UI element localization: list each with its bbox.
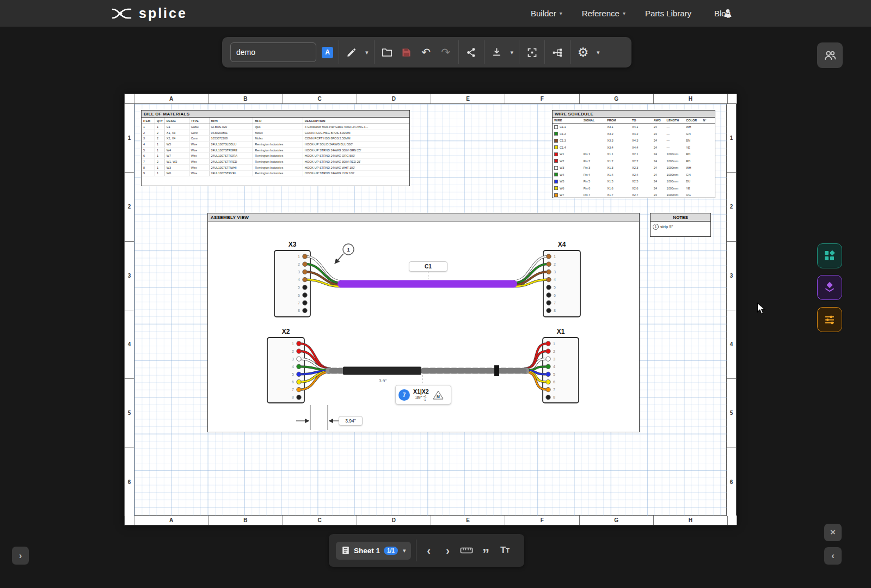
- table-row: 91W6Wire24UL1007STRYELRemington Industri…: [142, 171, 409, 177]
- bom-cell: Cable: [189, 124, 210, 130]
- pin-circle[interactable]: [546, 357, 550, 361]
- project-name-input[interactable]: [230, 42, 316, 62]
- pin-circle[interactable]: [546, 372, 550, 376]
- collaborators-button[interactable]: [817, 42, 843, 68]
- connector-x4[interactable]: [543, 250, 580, 317]
- pin-circle[interactable]: [547, 270, 551, 274]
- pin-circle[interactable]: [303, 285, 307, 290]
- nav-item[interactable]: Parts Library: [645, 9, 695, 18]
- connector-x2[interactable]: [267, 338, 304, 403]
- pin-circle[interactable]: [546, 387, 550, 391]
- toolbar-divider: [544, 40, 545, 64]
- pin-circle[interactable]: [546, 349, 550, 353]
- pin-circle[interactable]: [547, 301, 551, 305]
- expand-right-panel-button[interactable]: ‹: [824, 547, 842, 565]
- pin-circle[interactable]: [547, 262, 551, 266]
- drawing-sheet[interactable]: ABCDEFGH ABCDEFGH 123456 123456 BILL OF …: [124, 94, 737, 525]
- pin-circle[interactable]: [297, 372, 301, 376]
- user-avatar-icon[interactable]: [722, 7, 734, 21]
- download-button[interactable]: [490, 42, 504, 62]
- connector-x1[interactable]: [543, 338, 579, 403]
- text-tool-button[interactable]: TT: [498, 541, 512, 560]
- bom-header-cell: MPN: [210, 118, 254, 124]
- ws-signal-cell: Pin 2: [582, 158, 606, 165]
- ws-length-cell: 1000mm: [665, 192, 685, 199]
- bom-cell: W5: [165, 142, 189, 147]
- nav-item[interactable]: Reference ▾: [582, 9, 625, 18]
- wire-color-swatch: [554, 159, 558, 163]
- pin-circle[interactable]: [297, 395, 301, 400]
- schematic-layout-button[interactable]: [550, 42, 565, 62]
- pin-circle[interactable]: [297, 364, 301, 369]
- pin-circle[interactable]: [547, 254, 551, 259]
- bom-body: 11C1CableCFBUS-020Igus4 Conductor Multi-…: [142, 124, 409, 176]
- settings-button[interactable]: ⚙: [576, 42, 590, 62]
- edit-pencil-button[interactable]: [345, 42, 359, 62]
- layers-panel-button[interactable]: [817, 275, 842, 300]
- share-button[interactable]: [464, 42, 479, 62]
- ws-wire-cell: W3: [553, 164, 582, 171]
- bom-header-cell: DESIG: [165, 118, 189, 124]
- properties-panel-button[interactable]: [817, 307, 842, 332]
- nav-item[interactable]: Builder ▾: [531, 9, 562, 18]
- pin-circle[interactable]: [303, 270, 307, 274]
- pin-circle[interactable]: [297, 349, 301, 353]
- pin-circle[interactable]: [303, 262, 307, 266]
- cable-label[interactable]: C1: [409, 261, 447, 272]
- autosave-badge[interactable]: A: [322, 47, 333, 58]
- undo-button[interactable]: ↶: [419, 42, 433, 62]
- pin-circle[interactable]: [303, 277, 307, 281]
- components-panel-button[interactable]: [817, 243, 842, 268]
- wire-schedule-table[interactable]: WIRE SCHEDULE WIRE SIGNAL FROM TO AWG LE…: [552, 110, 715, 198]
- pin-circle[interactable]: [547, 293, 551, 297]
- pin-circle[interactable]: [297, 357, 301, 361]
- pencil-dropdown-caret[interactable]: ▾: [365, 49, 369, 56]
- length-callout[interactable]: 7 X1|X2 39" +1 -1 M: [395, 385, 451, 405]
- ws-header-cell: FROM: [605, 118, 630, 123]
- download-dropdown-caret[interactable]: ▾: [511, 49, 514, 56]
- ws-wire-cell: C1.4: [553, 144, 582, 151]
- pin-circle[interactable]: [546, 341, 550, 346]
- assembly-view[interactable]: ASSEMBLY VIEW X3X4X2X1123456781234567812…: [207, 213, 640, 432]
- redo-button[interactable]: ↷: [439, 42, 453, 62]
- pin-circle[interactable]: [303, 301, 307, 305]
- close-panel-button[interactable]: ×: [824, 524, 842, 541]
- ws-from-cell: X3.4: [605, 144, 630, 151]
- chevron-right-icon: ›: [19, 550, 22, 561]
- pin-circle[interactable]: [547, 285, 551, 290]
- ws-to-cell: X4.3: [630, 137, 652, 144]
- pin-circle[interactable]: [546, 379, 550, 384]
- toolbar-divider: [339, 40, 339, 64]
- pin-circle[interactable]: [547, 277, 551, 281]
- pin-circle[interactable]: [547, 308, 551, 313]
- pin-circle[interactable]: [546, 364, 550, 369]
- settings-dropdown-caret[interactable]: ▾: [597, 49, 600, 56]
- splice-logo[interactable]: splice: [112, 0, 187, 27]
- pin-circle[interactable]: [297, 387, 301, 391]
- bill-of-materials-table[interactable]: BILL OF MATERIALS ITEMQTYDESIGTYPEMPNMFR…: [141, 110, 410, 186]
- open-folder-button[interactable]: [380, 42, 394, 62]
- next-sheet-button[interactable]: ›: [440, 541, 455, 560]
- pin-circle[interactable]: [297, 379, 301, 384]
- row-label: 2: [727, 173, 736, 241]
- notes-table[interactable]: NOTES 1 strip 5": [650, 213, 711, 237]
- column-label: E: [431, 94, 505, 103]
- ws-length-cell: —: [665, 124, 685, 131]
- measure-tool-button[interactable]: [459, 541, 474, 560]
- previous-sheet-button[interactable]: ‹: [421, 541, 436, 560]
- pin-circle[interactable]: [303, 308, 307, 313]
- cable-c1[interactable]: [338, 280, 517, 288]
- pin-circle[interactable]: [303, 293, 307, 297]
- expand-left-panel-button[interactable]: ›: [12, 547, 29, 565]
- sheet-selector-button[interactable]: Sheet 1 1/1 ▾: [336, 542, 411, 560]
- connector-x3[interactable]: [274, 250, 310, 317]
- strip-dimension-label[interactable]: 3.94": [339, 416, 363, 426]
- pin-circle[interactable]: [303, 254, 307, 259]
- note-tool-button[interactable]: ”: [479, 541, 493, 560]
- sleeve-segment[interactable]: [343, 367, 421, 375]
- pin-circle[interactable]: [546, 395, 550, 400]
- save-button[interactable]: [400, 42, 414, 62]
- fit-view-button[interactable]: [525, 42, 539, 62]
- pin-circle[interactable]: [297, 341, 301, 346]
- ws-to-cell: X2.3: [630, 164, 652, 171]
